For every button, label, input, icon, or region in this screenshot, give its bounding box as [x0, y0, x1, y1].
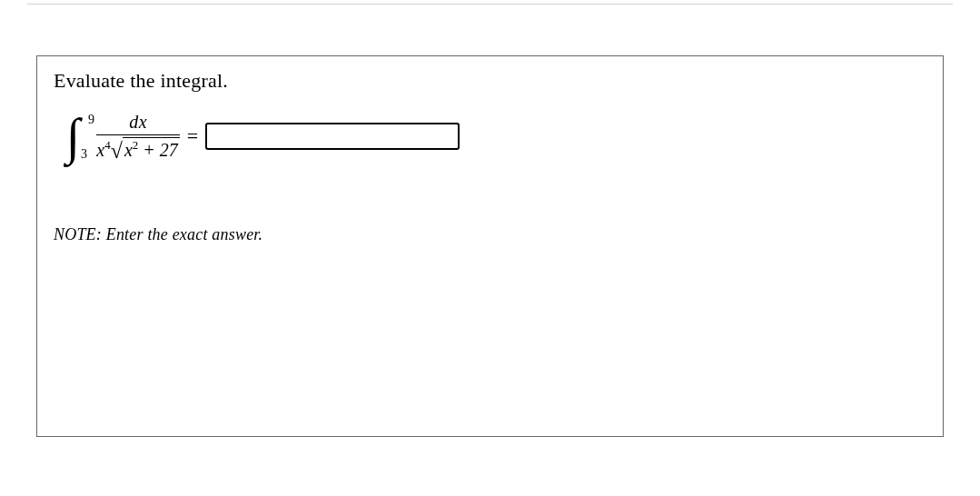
page-container: Evaluate the integral. ∫ 9 3 dx x4√x2 + … [0, 0, 980, 496]
fraction-numerator: dx [124, 112, 153, 134]
integrand-fraction: dx x4√x2 + 27 [96, 112, 179, 161]
sqrt-symbol: √ [111, 143, 123, 160]
fraction-denominator: x4√x2 + 27 [96, 135, 179, 161]
top-divider [27, 4, 953, 5]
problem-card: Evaluate the integral. ∫ 9 3 dx x4√x2 + … [36, 55, 944, 437]
radicand-var: x [124, 140, 133, 160]
answer-input[interactable] [205, 123, 460, 150]
sqrt-block: √x2 + 27 [111, 137, 180, 161]
equals-sign: = [187, 124, 198, 148]
math-expression-row: ∫ 9 3 dx x4√x2 + 27 = [66, 111, 926, 162]
note-text: NOTE: Enter the exact answer. [54, 225, 926, 244]
sqrt-radicand: x2 + 27 [123, 137, 180, 161]
radicand-const: + 27 [138, 140, 178, 160]
integral-symbol: ∫ [66, 111, 80, 162]
integral-block: ∫ 9 3 [66, 111, 80, 162]
problem-prompt: Evaluate the integral. [54, 69, 926, 93]
integral-upper-limit: 9 [88, 113, 94, 127]
integral-lower-limit: 3 [81, 147, 87, 162]
denom-var: x [96, 140, 104, 160]
